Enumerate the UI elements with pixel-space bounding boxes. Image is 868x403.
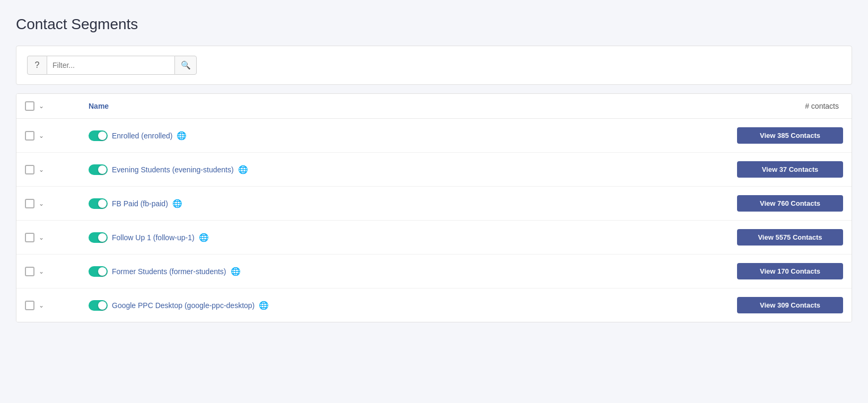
row-checkbox-4[interactable] [25, 267, 34, 276]
view-contacts-button-2[interactable]: View 760 Contacts [737, 195, 843, 212]
toolbar: ? 🔍 [16, 46, 852, 85]
table-row: ⌄ Evening Students (evening-students) 🌐 … [16, 153, 852, 187]
row-checkbox-area: ⌄ [25, 165, 89, 174]
view-btn-cell: View 309 Contacts [726, 297, 843, 313]
segment-name-2: FB Paid (fb-paid) [112, 199, 168, 208]
table-row: ⌄ Follow Up 1 (follow-up-1) 🌐 View 5575 … [16, 221, 852, 255]
row-checkbox-3[interactable] [25, 233, 34, 242]
search-icon: 🔍 [181, 60, 191, 70]
row-chevron-4[interactable]: ⌄ [37, 267, 46, 276]
row-chevron-1[interactable]: ⌄ [37, 165, 46, 174]
globe-icon: 🌐 [199, 233, 209, 242]
globe-icon: 🌐 [231, 267, 241, 276]
toggle-thumb [98, 301, 107, 310]
toggle-switch-2[interactable] [89, 198, 108, 209]
row-checkbox-area: ⌄ [25, 267, 89, 276]
segment-name-1: Evening Students (evening-students) [112, 165, 234, 174]
page-title: Contact Segments [16, 16, 852, 33]
segment-name-5: Google PPC Desktop (google-ppc-desktop) [112, 301, 255, 310]
segments-table: ⌄ Name # contacts ⌄ Enrolled (enrolled) … [16, 93, 852, 322]
view-btn-cell: View 170 Contacts [726, 263, 843, 279]
globe-icon: 🌐 [259, 301, 269, 310]
view-btn-cell: View 760 Contacts [726, 195, 843, 212]
table-row: ⌄ Former Students (former-students) 🌐 Vi… [16, 255, 852, 288]
column-name-header: Name [89, 102, 726, 110]
view-btn-cell: View 385 Contacts [726, 127, 843, 144]
view-contacts-button-0[interactable]: View 385 Contacts [737, 127, 843, 144]
filter-input[interactable] [47, 56, 174, 75]
row-checkbox-area: ⌄ [25, 131, 89, 141]
toggle-thumb [98, 233, 107, 242]
segment-name-0: Enrolled (enrolled) [112, 132, 172, 140]
row-chevron-5[interactable]: ⌄ [37, 301, 46, 310]
globe-icon: 🌐 [177, 131, 187, 141]
view-btn-cell: View 5575 Contacts [726, 229, 843, 246]
toggle-switch-5[interactable] [89, 300, 108, 311]
row-checkbox-area: ⌄ [25, 233, 89, 242]
table-header: ⌄ Name # contacts [16, 94, 852, 119]
row-name-area: Former Students (former-students) 🌐 [89, 266, 726, 277]
table-row: ⌄ Enrolled (enrolled) 🌐 View 385 Contact… [16, 119, 852, 153]
toggle-thumb [98, 199, 107, 208]
view-btn-cell: View 37 Contacts [726, 161, 843, 178]
toggle-switch-0[interactable] [89, 130, 108, 141]
table-row: ⌄ Google PPC Desktop (google-ppc-desktop… [16, 288, 852, 322]
row-chevron-0[interactable]: ⌄ [37, 131, 46, 141]
header-checkbox-area: ⌄ [25, 101, 89, 111]
row-checkbox-0[interactable] [25, 131, 34, 141]
select-all-chevron[interactable]: ⌄ [37, 101, 46, 111]
row-name-area: Google PPC Desktop (google-ppc-desktop) … [89, 300, 726, 311]
table-row: ⌄ FB Paid (fb-paid) 🌐 View 760 Contacts [16, 187, 852, 221]
toggle-thumb [98, 132, 107, 140]
row-checkbox-area: ⌄ [25, 199, 89, 208]
row-name-area: FB Paid (fb-paid) 🌐 [89, 198, 726, 209]
select-all-checkbox[interactable] [25, 101, 34, 111]
row-checkbox-1[interactable] [25, 165, 34, 174]
help-icon: ? [35, 60, 40, 70]
toggle-switch-4[interactable] [89, 266, 108, 277]
row-name-area: Evening Students (evening-students) 🌐 [89, 164, 726, 175]
row-checkbox-2[interactable] [25, 199, 34, 208]
toggle-thumb [98, 165, 107, 174]
page-container: Contact Segments ? 🔍 ⌄ Name # contacts ⌄ [0, 0, 868, 403]
segment-name-4: Former Students (former-students) [112, 267, 226, 276]
filter-search-button[interactable]: 🔍 [174, 56, 197, 75]
column-contacts-header: # contacts [726, 102, 843, 110]
globe-icon: 🌐 [172, 199, 182, 208]
row-chevron-2[interactable]: ⌄ [37, 199, 46, 208]
toggle-switch-3[interactable] [89, 232, 108, 243]
toggle-switch-1[interactable] [89, 164, 108, 175]
row-name-area: Enrolled (enrolled) 🌐 [89, 130, 726, 141]
view-contacts-button-5[interactable]: View 309 Contacts [737, 297, 843, 313]
view-contacts-button-4[interactable]: View 170 Contacts [737, 263, 843, 279]
row-checkbox-area: ⌄ [25, 301, 89, 310]
view-contacts-button-3[interactable]: View 5575 Contacts [737, 229, 843, 246]
table-body: ⌄ Enrolled (enrolled) 🌐 View 385 Contact… [16, 119, 852, 322]
filter-help-button[interactable]: ? [27, 56, 47, 75]
segment-name-3: Follow Up 1 (follow-up-1) [112, 233, 195, 242]
row-checkbox-5[interactable] [25, 301, 34, 310]
row-chevron-3[interactable]: ⌄ [37, 233, 46, 242]
view-contacts-button-1[interactable]: View 37 Contacts [737, 161, 843, 178]
toggle-thumb [98, 267, 107, 276]
globe-icon: 🌐 [238, 165, 248, 174]
row-name-area: Follow Up 1 (follow-up-1) 🌐 [89, 232, 726, 243]
